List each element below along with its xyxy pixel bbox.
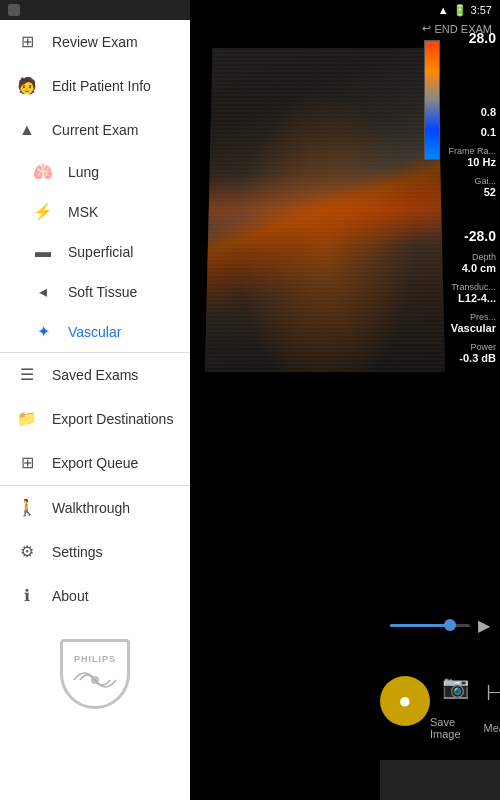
- sidebar-status-bar: [0, 0, 190, 20]
- walkthrough-label: Walkthrough: [52, 500, 130, 516]
- battery-icon: 🔋: [453, 4, 467, 17]
- queue-icon: ⊞: [16, 453, 38, 472]
- sidebar-item-current-exam[interactable]: ▲ Current Exam: [0, 108, 190, 152]
- review-exam-label: Review Exam: [52, 34, 138, 50]
- sidebar-status-icon: [8, 4, 20, 16]
- depth-full-val: 4.0 cm: [441, 262, 496, 274]
- walkthrough-icon: 🚶: [16, 498, 38, 517]
- sidebar-item-walkthrough[interactable]: 🚶 Walkthrough: [0, 486, 190, 530]
- transducer-val: L12-4...: [441, 292, 496, 304]
- status-icons: ▲ 🔋 3:57: [438, 4, 492, 17]
- neg-depth-val: -28.0: [441, 228, 496, 244]
- ultrasound-canvas: 28.0 0.8 0.1 Frame Ra... 10 Hz Gai... 52…: [190, 0, 500, 800]
- sidebar-menu: ⊞ Review Exam 🧑 Edit Patient Info ▲ Curr…: [0, 20, 190, 800]
- sidebar-item-review-exam[interactable]: ⊞ Review Exam: [0, 20, 190, 64]
- col2-val: 0.1: [441, 126, 496, 138]
- vascular-label: Vascular: [68, 324, 121, 340]
- gain-label: Gai...: [441, 176, 496, 186]
- sidebar-item-about[interactable]: ℹ About: [0, 574, 190, 618]
- sidebar-item-vascular[interactable]: ✦ Vascular: [0, 312, 190, 352]
- time-display: 3:57: [471, 4, 492, 16]
- info-icon: ℹ: [16, 586, 38, 605]
- sidebar-item-msk[interactable]: ⚡ MSK: [0, 192, 190, 232]
- lung-label: Lung: [68, 164, 99, 180]
- soft-tissue-label: Soft Tissue: [68, 284, 137, 300]
- framerate-label: Frame Ra...: [441, 146, 496, 156]
- export-queue-label: Export Queue: [52, 455, 138, 471]
- color-bar: [424, 40, 440, 160]
- export-destinations-label: Export Destinations: [52, 411, 173, 427]
- end-exam-button[interactable]: ↩ END EXAM: [422, 22, 492, 35]
- grid-icon: ⊞: [16, 32, 38, 51]
- cloud-icon: ▲: [16, 121, 38, 139]
- transducer-label: Transduc...: [441, 282, 496, 292]
- save-image-label: Save Image: [430, 716, 480, 740]
- list-icon: ☰: [16, 365, 38, 384]
- soft-tissue-icon: ◂: [32, 282, 54, 301]
- philips-brand-text: PHILIPS: [74, 654, 116, 664]
- settings-icon: ⚙: [16, 542, 38, 561]
- sidebar-item-soft-tissue[interactable]: ◂ Soft Tissue: [0, 272, 190, 312]
- lung-icon: 🫁: [32, 162, 54, 181]
- col1-val: 0.8: [441, 106, 496, 118]
- camera-icon: 📷: [430, 662, 480, 712]
- scrubber-bar[interactable]: ▶: [380, 615, 500, 635]
- folder-icon: 📁: [16, 409, 38, 428]
- measure-button[interactable]: ⊢⊣ Measure: [480, 668, 500, 734]
- saved-exams-label: Saved Exams: [52, 367, 138, 383]
- sidebar-item-lung[interactable]: 🫁 Lung: [0, 152, 190, 192]
- preset-val: Vascular: [441, 322, 496, 334]
- end-exam-label: END EXAM: [435, 23, 492, 35]
- capture-icon: ●: [380, 676, 430, 726]
- bottom-bar: [380, 760, 500, 800]
- sidebar-item-settings[interactable]: ⚙ Settings: [0, 530, 190, 574]
- settings-label: Settings: [52, 544, 103, 560]
- measurements-panel: 28.0 0.8 0.1 Frame Ra... 10 Hz Gai... 52…: [441, 30, 496, 372]
- measure-icon: ⊢⊣: [480, 668, 500, 718]
- power-val: -0.3 dB: [441, 352, 496, 364]
- measure-label: Measure: [484, 722, 500, 734]
- philips-logo: PHILIPS: [55, 634, 135, 714]
- depth-label: Depth: [441, 252, 496, 262]
- save-image-button[interactable]: 📷 Save Image: [430, 662, 480, 740]
- gain-val: 52: [441, 186, 496, 198]
- scrubber-fill: [390, 624, 450, 627]
- current-exam-label: Current Exam: [52, 122, 138, 138]
- person-icon: 🧑: [16, 76, 38, 95]
- sidebar-item-export-queue[interactable]: ⊞ Export Queue: [0, 441, 190, 485]
- sidebar: ⊞ Review Exam 🧑 Edit Patient Info ▲ Curr…: [0, 0, 190, 800]
- scrubber-track[interactable]: [390, 624, 470, 627]
- play-button[interactable]: ▶: [478, 616, 490, 635]
- about-label: About: [52, 588, 89, 604]
- power-label: Power: [441, 342, 496, 352]
- sidebar-item-saved-exams[interactable]: ☰ Saved Exams: [0, 353, 190, 397]
- sidebar-item-export-destinations[interactable]: 📁 Export Destinations: [0, 397, 190, 441]
- sidebar-item-edit-patient[interactable]: 🧑 Edit Patient Info: [0, 64, 190, 108]
- superficial-label: Superficial: [68, 244, 133, 260]
- capture-button[interactable]: ●: [380, 676, 430, 726]
- ultrasound-overlay: [200, 30, 450, 390]
- philips-logo-area: PHILIPS: [0, 618, 190, 730]
- action-bar: ● 📷 Save Image ⊢⊣ Measure: [380, 662, 500, 740]
- vascular-icon: ✦: [32, 322, 54, 341]
- wifi-icon: ▲: [438, 4, 449, 16]
- philips-shield: PHILIPS: [60, 639, 130, 709]
- scrubber-thumb[interactable]: [444, 619, 456, 631]
- preset-label: Pres...: [441, 312, 496, 322]
- edit-patient-label: Edit Patient Info: [52, 78, 151, 94]
- superficial-icon: ▬: [32, 243, 54, 261]
- philips-waves-svg: [70, 666, 120, 694]
- msk-label: MSK: [68, 204, 98, 220]
- sidebar-item-superficial[interactable]: ▬ Superficial: [0, 232, 190, 272]
- framerate-val: 10 Hz: [441, 156, 496, 168]
- end-exam-icon: ↩: [422, 22, 431, 35]
- msk-icon: ⚡: [32, 202, 54, 221]
